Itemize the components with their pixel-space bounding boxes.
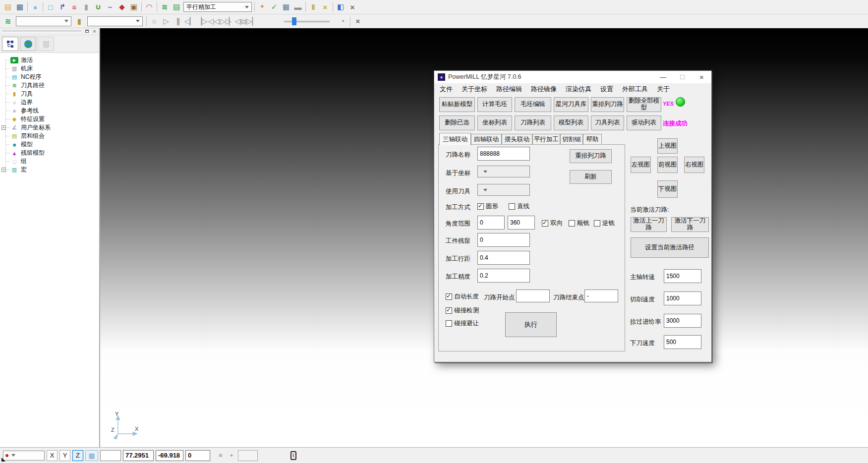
panel-close-button[interactable]: ×	[91, 29, 98, 35]
tree-item-workplanes[interactable]: +∠用户坐标系	[0, 123, 99, 132]
tree-item-feature-sets[interactable]: ◆特征设置	[0, 115, 99, 123]
tab-swivel[interactable]: 摆头联动	[502, 134, 532, 145]
base-coord-combobox[interactable]	[477, 166, 530, 177]
mode-circle-checkbox[interactable]: 圆形	[477, 202, 498, 211]
ruler-icon[interactable]: ▬	[292, 1, 304, 12]
tab-explorer-tree[interactable]	[2, 37, 18, 51]
menu-external-tools[interactable]: 外部工具	[618, 85, 652, 94]
z-levels-icon[interactable]: ≡	[68, 1, 80, 12]
tab-saw[interactable]: 切割锯	[560, 134, 583, 145]
coord-list-button[interactable]: 坐标列表	[477, 116, 512, 130]
stock-remain-input[interactable]	[477, 233, 530, 247]
toolpath-create-icon[interactable]: ↱	[57, 1, 68, 12]
menu-path-edit[interactable]: 路径编辑	[492, 85, 526, 94]
calc-block-button[interactable]: 计算毛坯	[477, 97, 512, 112]
spindle-speed-input[interactable]	[664, 269, 701, 283]
pause-icon[interactable]: ∥	[172, 16, 184, 27]
rewind-icon[interactable]: ◁◁	[208, 16, 220, 27]
tree-item-groups[interactable]: □组	[0, 157, 99, 166]
paste-new-model-button[interactable]: 粘贴新模型	[439, 97, 475, 112]
save-icon[interactable]: ▦	[14, 1, 26, 12]
tab-3axis[interactable]: 三轴联动	[439, 133, 471, 145]
collision-check-icon[interactable]: ✓	[268, 1, 280, 12]
active-toolpath-icon[interactable]: ≋	[159, 1, 171, 12]
skim-feed-input[interactable]	[664, 314, 701, 328]
toolpath-name-input[interactable]	[477, 147, 530, 161]
set-active-path-button[interactable]: 设置当前激活路径	[631, 237, 709, 258]
view-top-button[interactable]: 上视图	[657, 138, 678, 154]
bidirectional-checkbox[interactable]: 双向	[542, 219, 563, 228]
tool-small-icon[interactable]: ▮	[73, 16, 85, 27]
cutting-feed-input[interactable]	[664, 291, 701, 305]
activate-next-button[interactable]: 激活下一刀路	[671, 217, 709, 232]
simulation-icon[interactable]: ◠	[143, 1, 155, 12]
angle-from-input[interactable]	[477, 216, 505, 230]
menu-path-mirror[interactable]: 路径镜像	[526, 85, 561, 94]
toolbar-close-icon[interactable]: ×	[347, 1, 358, 12]
tree-item-activate[interactable]: ▶激活	[0, 56, 99, 64]
menu-file[interactable]: 文件	[435, 85, 457, 94]
tool-create-icon[interactable]: ▮	[80, 1, 92, 12]
pattern-icon[interactable]: ~	[104, 1, 116, 12]
step-forward-icon[interactable]: ▕▷	[196, 16, 208, 27]
step-back-icon[interactable]: ◁▏	[184, 16, 196, 27]
close-button[interactable]: ×	[692, 71, 711, 83]
tool-list-button[interactable]: 刀具列表	[591, 116, 624, 130]
maximize-button[interactable]	[673, 71, 692, 83]
toolpath-strip-icon[interactable]: ≋	[2, 16, 14, 27]
tree-item-patterns[interactable]: ×参考线	[0, 107, 99, 115]
toolpath-list-button[interactable]: 刀路列表	[515, 116, 551, 130]
climb-checkbox[interactable]: 顺铣	[569, 219, 589, 228]
tree-item-stock-models[interactable]: ▲残留模型	[0, 149, 99, 157]
strategy-combobox[interactable]: 平行精加工	[183, 2, 252, 12]
use-tool-combobox[interactable]	[477, 184, 530, 196]
points-icon[interactable]: ◆	[116, 1, 128, 12]
tolerance-input[interactable]	[477, 269, 530, 283]
locate-icon[interactable]: +	[227, 452, 236, 459]
tool-database-icon[interactable]: ▣	[128, 1, 140, 12]
play-icon[interactable]: ▷	[160, 16, 172, 27]
tree-item-nc-programs[interactable]: ▤NC程序	[0, 73, 99, 81]
conventional-checkbox[interactable]: 逆铣	[594, 219, 615, 228]
axis-y-toggle[interactable]: Y	[59, 450, 70, 461]
activate-prev-button[interactable]: 激活上一刀路	[631, 217, 667, 232]
axis-x-toggle[interactable]: X	[47, 450, 58, 461]
go-end-icon[interactable]: ▷▷▏	[243, 16, 255, 27]
tree-item-macros[interactable]: +▥宏	[0, 166, 99, 174]
menu-render-sim[interactable]: 渲染仿真	[561, 85, 596, 94]
print-icon[interactable]: ●	[29, 1, 41, 12]
block-icon[interactable]: □	[45, 1, 57, 12]
end-point-input[interactable]	[584, 289, 618, 302]
panel-restore-button[interactable]	[84, 29, 90, 35]
light-toggle-icon[interactable]: ○	[148, 16, 160, 27]
tool-select-combobox[interactable]	[87, 16, 143, 26]
point-list-icon[interactable]: ≡	[216, 452, 225, 459]
open-file-icon[interactable]: ▤	[2, 1, 14, 12]
tree-item-boundaries[interactable]: ○边界	[0, 98, 99, 107]
panel-grip[interactable]: ×	[0, 28, 99, 35]
collision-avoid-checkbox[interactable]: 碰撞避让	[446, 319, 479, 328]
view-left-button[interactable]: 左视图	[631, 157, 651, 173]
delete-all-models-button[interactable]: 删除全部模型	[627, 97, 661, 112]
rearrange-toolpath-button[interactable]: 重排列刀路	[570, 149, 612, 163]
toolpath-list-icon[interactable]: ▤	[171, 1, 182, 12]
angle-to-input[interactable]	[508, 216, 535, 230]
tab-help[interactable]: 帮助	[583, 134, 602, 145]
tab-recycle-bin[interactable]	[38, 37, 54, 51]
measure-field[interactable]	[238, 450, 258, 461]
view-front-button[interactable]: 前视图	[657, 157, 678, 173]
tree-item-machine[interactable]: ▥机床	[0, 64, 99, 73]
model-list-button[interactable]: 模型列表	[554, 116, 588, 130]
toolpath-select-combobox[interactable]	[16, 16, 71, 26]
stepover-input[interactable]	[477, 251, 530, 265]
trim-icon[interactable]: ×	[319, 1, 331, 12]
auto-length-checkbox[interactable]: 自动长度	[446, 292, 479, 301]
start-point-input[interactable]	[516, 289, 550, 302]
simulation-speed-slider[interactable]	[284, 17, 330, 26]
device-pause-icon[interactable]: ∥	[290, 451, 296, 460]
dialog-title-bar[interactable]: ★ PowerMILL 忆梦星河 7.0.6 — ×	[434, 71, 711, 83]
plunge-feed-input[interactable]	[664, 335, 701, 349]
tree-expander-icon[interactable]: +	[1, 168, 6, 172]
mirror-toolpath-icon[interactable]: ◧	[335, 1, 347, 12]
refresh-button[interactable]: 刷新	[570, 170, 612, 184]
